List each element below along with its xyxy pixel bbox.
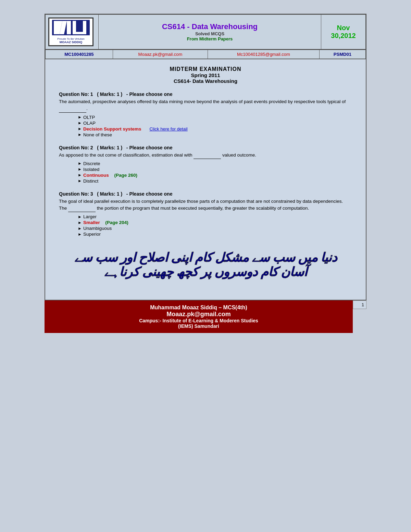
q3-option-1: ► Larger [78, 214, 352, 219]
svg-rect-5 [73, 21, 76, 32]
urdu-banner: دنیا میں سب سے مشکل کام اپنی اصلاح اور س… [59, 247, 352, 283]
q1-option-2: ► OLAP [78, 121, 352, 126]
q1-correct-answer: Decision Support systems [83, 126, 141, 132]
urdu-text: دنیا میں سب سے مشکل کام اپنی اصلاح اور س… [62, 250, 349, 279]
q2-label: Question No: 2 [59, 145, 93, 150]
svg-rect-4 [67, 21, 71, 34]
mc-number: MC100401285 [46, 50, 113, 59]
q3-option-2: ► Smaller (Page 204) [78, 220, 352, 225]
q1-option-3: ► Decision Support systems Click here fo… [78, 126, 352, 132]
logo-tagline: Proude To Be Virtulian [52, 37, 90, 40]
question-3-block: Question No: 3 ( Marks: 1 ) - Please cho… [59, 191, 352, 237]
email1: Moaaz.pk@gmail.com [113, 50, 208, 59]
from-label: From Midterm Papers [101, 36, 318, 41]
q3-type: - Please choose one [126, 191, 173, 197]
vu-logo-svg [52, 20, 90, 35]
question-1-options: ► OLTP ► OLAP ► Decision Support systems… [78, 115, 352, 137]
arrow-icon: ► [78, 178, 82, 183]
arrow-icon: ► [78, 220, 82, 225]
exam-title-section: MIDTERM EXAMINATION Spring 2011 CS614- D… [59, 66, 352, 84]
question-2-text: As apposed to the out come of classifica… [59, 152, 352, 159]
logo-name: MOAAZ SIDDIQ [52, 40, 90, 44]
q3-opt3-text: Unambiguous [83, 226, 112, 231]
exam-session: Spring 2011 [59, 72, 352, 78]
course-title: CS614 - Data Warehousing [101, 22, 318, 31]
q2-page-ref: (Page 260) [114, 173, 137, 178]
q1-marks: ( Marks: 1 ) [97, 91, 122, 97]
exam-course: CS614- Data Warehousing [59, 78, 352, 84]
header-date: Nov 30,2012 [324, 24, 363, 40]
exam-title: MIDTERM EXAMINATION [59, 66, 352, 72]
arrow-icon: ► [78, 126, 82, 131]
q2-correct-answer: Continuous [83, 173, 109, 178]
arrow-icon: ► [78, 214, 82, 219]
q1-option-4: ► None of these [78, 132, 352, 137]
logo-vu-text [52, 20, 90, 37]
q1-detail-link[interactable]: Click here for detail [149, 126, 187, 132]
q2-option-1: ► Discrete [78, 161, 352, 166]
footer-page-number: 1 [353, 300, 366, 309]
q2-opt2-text: Isolated [83, 167, 99, 172]
logo-box: Proude To Be Virtulian MOAAZ SIDDIQ [48, 17, 94, 46]
question-3-options: ► Larger ► Smaller (Page 204) ► Unambigu… [78, 214, 352, 237]
arrow-icon: ► [78, 167, 82, 172]
arrow-icon: ► [78, 115, 82, 120]
solved-label: Solved MCQS [101, 31, 318, 36]
q2-type: - Please choose one [126, 145, 173, 150]
q2-option-3: ► Continuous (Page 260) [78, 173, 352, 178]
email2: Mc100401285@gmail.com [208, 50, 320, 59]
arrow-icon: ► [78, 232, 82, 237]
q2-option-4: ► Distinct [78, 178, 352, 184]
q1-option-1: ► OLTP [78, 115, 352, 120]
footer-name: Muhammad Moaaz Siddiq – MCS(4th) [51, 305, 346, 311]
q3-marks: ( Marks: 1 ) [97, 191, 122, 197]
question-3-header: Question No: 3 ( Marks: 1 ) - Please cho… [59, 191, 352, 197]
question-3-text: The goal of ideal parallel execution is … [59, 198, 352, 212]
q1-label: Question No: 1 [59, 91, 93, 97]
q3-option-4: ► Superior [78, 232, 352, 237]
q2-marks: ( Marks: 1 ) [97, 145, 122, 150]
q1-opt2-text: OLAP [83, 121, 96, 126]
q3-page-ref: (Page 204) [105, 220, 128, 225]
footer-campus-name: (IEMS) Samundari [51, 323, 346, 329]
q2-option-2: ► Isolated [78, 167, 352, 172]
q3-blank [68, 205, 96, 212]
arrow-icon: ► [78, 161, 82, 166]
q1-blank [59, 105, 86, 112]
arrow-icon: ► [78, 121, 82, 125]
q2-blank [194, 152, 221, 159]
footer-area: Muhammad Moaaz Siddiq – MCS(4th) Moaaz.p… [45, 300, 366, 333]
svg-rect-6 [83, 21, 86, 32]
q3-opt1-text: Larger [83, 214, 97, 219]
footer-campus-line: Campus:- Institute of E-Learning & Moder… [51, 318, 346, 323]
q3-option-3: ► Unambiguous [78, 226, 352, 231]
q3-label: Question No: 3 [59, 191, 93, 197]
question-2-options: ► Discrete ► Isolated ► Continuous (Page… [78, 161, 352, 184]
question-1-block: Question No: 1 ( Marks: 1 ) - Please cho… [59, 91, 352, 137]
question-2-header: Question No: 2 ( Marks: 1 ) - Please cho… [59, 145, 352, 150]
question-1-header: Question No: 1 ( Marks: 1 ) - Please cho… [59, 91, 352, 97]
arrow-icon: ► [78, 173, 82, 177]
footer-email: Moaaz.pk@gmail.com [51, 311, 346, 318]
arrow-icon: ► [78, 132, 82, 137]
q1-type: - Please choose one [126, 91, 173, 97]
question-2-block: Question No: 2 ( Marks: 1 ) - Please cho… [59, 145, 352, 184]
q2-opt4-text: Distinct [83, 178, 98, 184]
q2-opt1-text: Discrete [83, 161, 100, 166]
svg-rect-7 [73, 32, 86, 34]
footer-red-box: Muhammad Moaaz Siddiq – MCS(4th) Moaaz.p… [45, 300, 353, 333]
arrow-icon: ► [78, 226, 82, 231]
q3-opt4-text: Superior [83, 232, 101, 237]
q1-opt1-text: OLTP [83, 115, 95, 120]
q3-correct-answer: Smaller [83, 220, 100, 225]
main-content: MIDTERM EXAMINATION Spring 2011 CS614- D… [45, 59, 366, 300]
psmd: PSMD01 [319, 50, 365, 59]
question-1-text: The automated, prospective analyses offe… [59, 98, 352, 113]
q1-opt4-text: None of these [83, 132, 112, 137]
